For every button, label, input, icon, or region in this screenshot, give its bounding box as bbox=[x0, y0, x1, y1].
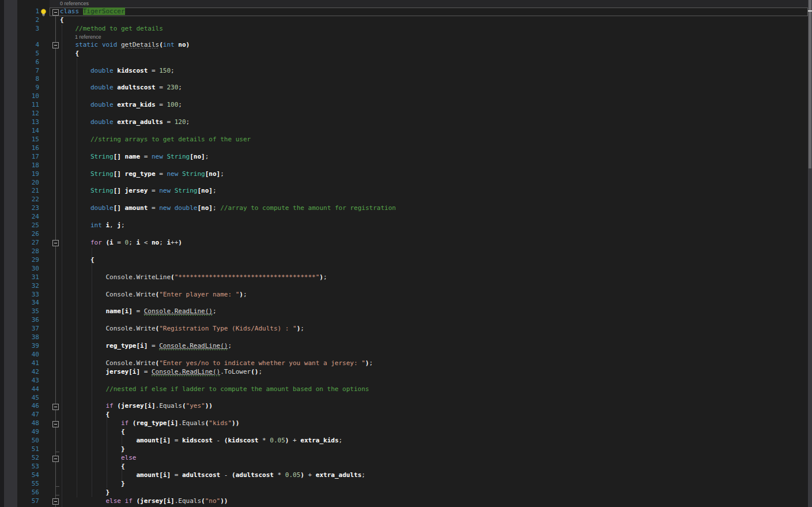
line-number[interactable]: 48 bbox=[17, 419, 39, 428]
code-line-10[interactable]: 10 bbox=[0, 92, 812, 101]
line-number[interactable]: 10 bbox=[17, 92, 39, 101]
code-line-35[interactable]: 35 name[i] = Console.ReadLine(); bbox=[0, 307, 812, 316]
code-line-8[interactable]: 8 bbox=[0, 75, 812, 84]
code-line-16[interactable]: 16 bbox=[0, 144, 812, 153]
line-number[interactable]: 16 bbox=[17, 144, 39, 153]
code-line-21[interactable]: 21 String[] jersey = new String[no]; bbox=[0, 187, 812, 196]
line-number[interactable]: 33 bbox=[17, 291, 39, 299]
line-number[interactable]: 30 bbox=[17, 265, 39, 273]
line-number[interactable]: 6 bbox=[17, 58, 39, 67]
fold-collapse-button[interactable] bbox=[52, 9, 59, 16]
code-line-26[interactable]: 26 bbox=[0, 230, 812, 239]
code-line-31[interactable]: 31 Console.WriteLine("******************… bbox=[0, 273, 812, 282]
line-number[interactable]: 47 bbox=[17, 411, 39, 419]
code-line-15[interactable]: 15 //string arrays to get details of the… bbox=[0, 136, 812, 144]
code-line-30[interactable]: 30 bbox=[0, 265, 812, 273]
line-number[interactable]: 44 bbox=[17, 385, 39, 394]
fold-collapse-button[interactable] bbox=[52, 421, 59, 427]
line-number[interactable]: 31 bbox=[17, 273, 39, 282]
fold-collapse-button[interactable] bbox=[52, 498, 59, 505]
code-line-50[interactable]: 50 amount[i] = kidscost - (kidscost * 0.… bbox=[0, 437, 812, 445]
line-number[interactable]: 21 bbox=[17, 187, 39, 196]
line-number[interactable]: 11 bbox=[17, 101, 39, 110]
code-line-46[interactable]: 46 if (jersey[i].Equals("yes")) bbox=[0, 402, 812, 411]
line-number[interactable]: 5 bbox=[17, 50, 39, 58]
code-line-4[interactable]: 4 static void getDetails(int no) bbox=[0, 41, 812, 50]
code-line-1[interactable]: 1class TigerSoccer bbox=[0, 7, 812, 16]
line-number[interactable]: 53 bbox=[17, 463, 39, 471]
code-line-57[interactable]: 57 else if (jersey[i].Equals("no")) bbox=[0, 497, 812, 506]
line-number[interactable]: 1 bbox=[17, 7, 39, 16]
line-number[interactable]: 28 bbox=[17, 247, 39, 256]
line-number[interactable]: 3 bbox=[17, 25, 39, 33]
line-number[interactable]: 13 bbox=[17, 118, 39, 127]
code-line-42[interactable]: 42 jersey[i] = Console.ReadLine().ToLowe… bbox=[0, 368, 812, 377]
line-number[interactable]: 23 bbox=[17, 204, 39, 213]
code-line-13[interactable]: 13 double extra_adults = 120; bbox=[0, 118, 812, 127]
fold-collapse-button[interactable] bbox=[52, 456, 59, 462]
line-number[interactable]: 25 bbox=[17, 221, 39, 230]
line-number[interactable]: 43 bbox=[17, 377, 39, 385]
fold-collapse-button[interactable] bbox=[52, 404, 59, 410]
line-number[interactable]: 45 bbox=[17, 394, 39, 403]
code-line-14[interactable]: 14 bbox=[0, 127, 812, 136]
line-number[interactable]: 49 bbox=[17, 428, 39, 437]
line-number[interactable]: 56 bbox=[17, 489, 39, 497]
scrollbar-thumb[interactable] bbox=[809, 0, 811, 168]
line-number[interactable]: 34 bbox=[17, 299, 39, 307]
code-line-11[interactable]: 11 double extra_kids = 100; bbox=[0, 101, 812, 110]
line-number[interactable]: 22 bbox=[17, 196, 39, 204]
line-number[interactable]: 41 bbox=[17, 359, 39, 368]
line-number[interactable]: 35 bbox=[17, 307, 39, 316]
line-number[interactable]: 50 bbox=[17, 437, 39, 445]
line-number[interactable]: 14 bbox=[17, 127, 39, 136]
code-line-5[interactable]: 5 { bbox=[0, 50, 812, 58]
line-number[interactable]: 32 bbox=[17, 282, 39, 291]
code-line-6[interactable]: 6 bbox=[0, 58, 812, 67]
code-line-40[interactable]: 40 bbox=[0, 351, 812, 359]
code-line-18[interactable]: 18 bbox=[0, 162, 812, 170]
code-line-44[interactable]: 44 //nested if else if ladder to compute… bbox=[0, 385, 812, 394]
code-line-36[interactable]: 36 bbox=[0, 316, 812, 325]
code-line-52[interactable]: 52 else bbox=[0, 454, 812, 463]
line-number[interactable]: 38 bbox=[17, 333, 39, 342]
code-line-34[interactable]: 34 bbox=[0, 299, 812, 307]
line-number[interactable]: 39 bbox=[17, 342, 39, 351]
code-line-24[interactable]: 24 bbox=[0, 213, 812, 221]
line-number[interactable]: 20 bbox=[17, 179, 39, 187]
line-number[interactable]: 55 bbox=[17, 480, 39, 489]
line-number[interactable]: 42 bbox=[17, 368, 39, 377]
line-number[interactable]: 4 bbox=[17, 41, 39, 50]
line-number[interactable]: 29 bbox=[17, 256, 39, 265]
line-number[interactable]: 27 bbox=[17, 239, 39, 247]
code-line-45[interactable]: 45 bbox=[0, 394, 812, 403]
code-line-39[interactable]: 39 reg_type[i] = Console.ReadLine(); bbox=[0, 342, 812, 351]
line-number[interactable]: 51 bbox=[17, 445, 39, 454]
line-number[interactable]: 2 bbox=[17, 16, 39, 25]
line-number[interactable]: 36 bbox=[17, 316, 39, 325]
code-line-49[interactable]: 49 { bbox=[0, 428, 812, 437]
code-line-51[interactable]: 51 } bbox=[0, 445, 812, 454]
line-number[interactable]: 57 bbox=[17, 497, 39, 506]
code-line-3[interactable]: 3 //method to get details bbox=[0, 25, 812, 33]
code-line-33[interactable]: 33 Console.Write("Enter player name: "); bbox=[0, 291, 812, 299]
code-line-19[interactable]: 19 String[] reg_type = new String[no]; bbox=[0, 170, 812, 179]
code-line-56[interactable]: 56 } bbox=[0, 489, 812, 497]
line-number[interactable]: 26 bbox=[17, 230, 39, 239]
line-number[interactable]: 7 bbox=[17, 67, 39, 76]
line-number[interactable]: 37 bbox=[17, 325, 39, 333]
code-line-27[interactable]: 27 for (i = 0; i < no; i++) bbox=[0, 239, 812, 247]
code-line-20[interactable]: 20 bbox=[0, 179, 812, 187]
code-line-38[interactable]: 38 bbox=[0, 333, 812, 342]
line-number[interactable]: 24 bbox=[17, 213, 39, 221]
code-line-37[interactable]: 37 Console.Write("Registration Type (Kid… bbox=[0, 325, 812, 333]
line-number[interactable]: 40 bbox=[17, 351, 39, 359]
code-line-28[interactable]: 28 bbox=[0, 247, 812, 256]
code-line-22[interactable]: 22 bbox=[0, 196, 812, 204]
code-line-47[interactable]: 47 { bbox=[0, 411, 812, 419]
lightbulb-icon[interactable] bbox=[40, 8, 47, 16]
line-number[interactable]: 17 bbox=[17, 153, 39, 162]
line-number[interactable]: 12 bbox=[17, 110, 39, 118]
code-line-55[interactable]: 55 } bbox=[0, 480, 812, 489]
line-number[interactable]: 54 bbox=[17, 471, 39, 480]
